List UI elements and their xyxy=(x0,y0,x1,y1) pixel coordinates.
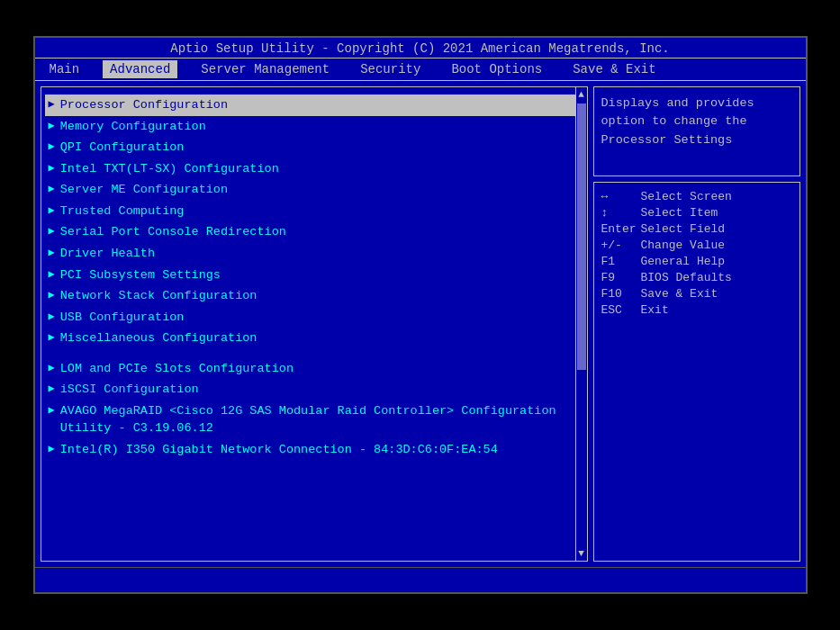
key-name: F1 xyxy=(601,255,637,268)
key-name: +/- xyxy=(601,238,637,252)
keys-box: ↔Select Screen↕Select ItemEnterSelect Fi… xyxy=(593,182,800,562)
entry-arrow-icon: ▶ xyxy=(49,161,55,176)
key-name: ESC xyxy=(601,303,637,317)
entry-arrow-icon: ▶ xyxy=(49,361,55,376)
menu-entry[interactable]: ▶PCI Subsystem Settings xyxy=(45,265,583,286)
right-panel: Displays and provides option to change t… xyxy=(593,86,800,562)
menu-bar: MainAdvancedServer ManagementSecurityBoo… xyxy=(35,58,806,81)
key-row: F10Save & Exit xyxy=(601,287,792,301)
entry-arrow-icon: ▶ xyxy=(49,382,55,397)
menu-entry[interactable]: ▶Server ME Configuration xyxy=(45,179,583,201)
entry-arrow-icon: ▶ xyxy=(49,224,55,239)
menu-entry[interactable]: ▶Memory Configuration xyxy=(45,116,583,138)
bottom-bar xyxy=(35,567,806,592)
scrollbar-track xyxy=(577,102,586,546)
key-row: F9BIOS Defaults xyxy=(601,271,792,284)
key-desc: Select Screen xyxy=(641,190,732,203)
entry-arrow-icon: ▶ xyxy=(49,330,55,346)
key-desc: Save & Exit xyxy=(641,287,718,301)
menu-entry[interactable]: ▶iSCSI Configuration xyxy=(45,379,583,400)
key-desc: General Help xyxy=(641,255,726,268)
menu-entry[interactable]: ▶LOM and PCIe Slots Configuration xyxy=(45,358,583,380)
bios-screen: Aptio Setup Utility - Copyright (C) 2021… xyxy=(33,36,808,594)
key-name: F9 xyxy=(601,271,637,284)
key-row: +/-Change Value xyxy=(601,238,792,252)
menu-entry[interactable]: ▶Miscellaneous Configuration xyxy=(45,328,583,349)
key-desc: Exit xyxy=(641,303,669,317)
help-box: Displays and provides option to change t… xyxy=(593,86,800,176)
menu-entry[interactable]: ▶Driver Health xyxy=(45,243,583,265)
entry-label: QPI Configuration xyxy=(60,139,580,157)
key-desc: Select Item xyxy=(641,206,718,220)
menu-item-boot-options[interactable]: Boot Options xyxy=(444,60,549,78)
entry-label: LOM and PCIe Slots Configuration xyxy=(60,360,580,378)
title-text: Aptio Setup Utility - Copyright (C) 2021… xyxy=(170,41,670,56)
entry-label: Trusted Computing xyxy=(60,202,580,220)
key-row: ↕Select Item xyxy=(601,206,792,220)
entry-label: Serial Port Console Redirection xyxy=(60,223,580,241)
entry-label: Memory Configuration xyxy=(60,118,580,136)
key-row: ESCExit xyxy=(601,303,792,317)
separator xyxy=(45,349,583,358)
entry-label: iSCSI Configuration xyxy=(60,381,580,399)
entry-label: AVAGO MegaRAID <Cisco 12G SAS Modular Ra… xyxy=(60,402,580,437)
key-name: ↔ xyxy=(601,190,637,203)
entry-arrow-icon: ▶ xyxy=(49,203,55,219)
key-row: ↔Select Screen xyxy=(601,190,792,203)
menu-item-save-&-exit[interactable]: Save & Exit xyxy=(565,60,663,78)
entry-arrow-icon: ▶ xyxy=(49,246,55,261)
entry-label: Server ME Configuration xyxy=(60,181,580,199)
key-desc: BIOS Defaults xyxy=(641,271,732,284)
menu-entry[interactable]: ▶Intel(R) I350 Gigabit Network Connectio… xyxy=(45,439,583,461)
entry-arrow-icon: ▶ xyxy=(49,442,55,457)
key-desc: Select Field xyxy=(641,222,726,236)
menu-entry[interactable]: ▶QPI Configuration xyxy=(45,137,583,158)
entry-arrow-icon: ▶ xyxy=(49,97,55,112)
menu-entry[interactable]: ▶Trusted Computing xyxy=(45,201,583,222)
entry-arrow-icon: ▶ xyxy=(49,310,55,325)
content-area: ▶Processor Configuration▶Memory Configur… xyxy=(35,81,806,567)
key-row: EnterSelect Field xyxy=(601,222,792,236)
menu-item-security[interactable]: Security xyxy=(353,60,428,78)
key-name: F10 xyxy=(601,287,637,301)
menu-entry[interactable]: ▶Intel TXT(LT-SX) Configuration xyxy=(45,158,583,180)
key-name: ↕ xyxy=(601,206,637,220)
key-desc: Change Value xyxy=(641,238,726,252)
title-bar: Aptio Setup Utility - Copyright (C) 2021… xyxy=(35,38,806,58)
help-text: Displays and provides option to change t… xyxy=(601,96,754,147)
menu-entry[interactable]: ▶USB Configuration xyxy=(45,307,583,328)
key-name: Enter xyxy=(601,222,637,236)
entry-arrow-icon: ▶ xyxy=(49,267,55,283)
entry-arrow-icon: ▶ xyxy=(49,403,55,418)
scroll-up-icon[interactable]: ▲ xyxy=(578,87,584,102)
menu-entry[interactable]: ▶Serial Port Console Redirection xyxy=(45,221,583,243)
entry-label: Network Stack Configuration xyxy=(60,287,580,305)
scrollbar[interactable]: ▲ ▼ xyxy=(575,86,588,562)
key-row: F1General Help xyxy=(601,255,792,268)
left-panel: ▶Processor Configuration▶Memory Configur… xyxy=(41,86,588,562)
menu-item-main[interactable]: Main xyxy=(42,60,87,78)
entry-label: Processor Configuration xyxy=(60,96,580,114)
menu-item-advanced[interactable]: Advanced xyxy=(103,60,177,78)
entry-label: Driver Health xyxy=(60,245,580,263)
menu-entry[interactable]: ▶Network Stack Configuration xyxy=(45,285,583,307)
entry-arrow-icon: ▶ xyxy=(49,182,55,197)
entry-arrow-icon: ▶ xyxy=(49,119,55,134)
entry-label: PCI Subsystem Settings xyxy=(60,266,580,284)
entries-list: ▶Processor Configuration▶Memory Configur… xyxy=(45,94,583,554)
entry-label: Intel(R) I350 Gigabit Network Connection… xyxy=(60,441,580,459)
entry-label: Miscellaneous Configuration xyxy=(60,329,580,347)
scroll-down-icon[interactable]: ▼ xyxy=(578,546,584,561)
menu-item-server-management[interactable]: Server Management xyxy=(194,60,337,78)
entry-arrow-icon: ▶ xyxy=(49,140,55,155)
menu-entry[interactable]: ▶Processor Configuration xyxy=(45,94,583,116)
entry-label: USB Configuration xyxy=(60,309,580,327)
entry-label: Intel TXT(LT-SX) Configuration xyxy=(60,160,580,178)
entry-arrow-icon: ▶ xyxy=(49,288,55,303)
menu-entry[interactable]: ▶AVAGO MegaRAID <Cisco 12G SAS Modular R… xyxy=(45,400,583,439)
scrollbar-thumb xyxy=(577,104,586,370)
